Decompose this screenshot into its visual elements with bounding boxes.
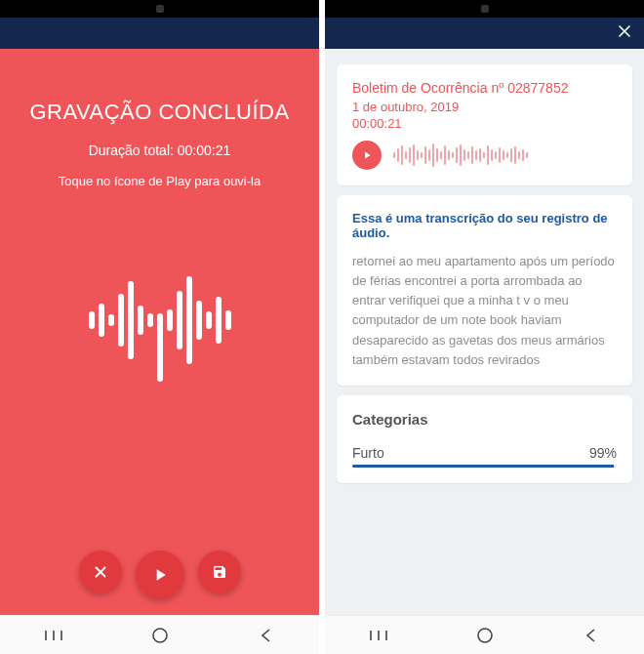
category-percent: 99% [589,445,617,461]
recording-duration: Duração total: 00:00:21 [89,143,231,158]
waveform-large [89,247,231,393]
close-icon [615,21,634,41]
report-date: 1 de outubro, 2019 [352,100,617,114]
play-icon [150,565,170,585]
waveform-small [393,141,617,170]
play-button[interactable] [136,551,184,599]
save-button[interactable] [198,551,241,593]
play-small-button[interactable] [352,141,382,170]
save-icon [212,564,227,580]
svg-point-3 [153,629,167,642]
recents-key[interactable] [34,616,73,655]
home-key[interactable] [141,616,180,655]
category-row: Furto 99% [352,445,617,461]
android-navbar [0,615,319,654]
categories-card: Categorias Furto 99% [337,395,632,483]
detail-panel: Boletim de Ocorrência nº 02877852 1 de o… [325,49,644,615]
transcription-card: Essa é uma transcrição do seu registro d… [337,195,632,386]
category-progress-fill [352,465,614,468]
recording-hint: Toque no ícone de Play para ouvi-la [59,174,261,188]
categories-title: Categorias [352,411,617,428]
app-header [0,18,319,49]
svg-point-7 [478,629,492,642]
transcription-body: retornei ao meu apartamento após um perí… [352,252,617,370]
discard-button[interactable] [79,551,122,593]
recents-key[interactable] [359,616,398,655]
play-icon [361,149,373,161]
recording-complete-panel: GRAVAÇÃO CONCLUÍDA Duração total: 00:00:… [0,49,319,615]
status-bar [0,0,319,18]
action-bar [0,551,319,599]
back-key[interactable] [247,616,286,655]
status-bar [325,0,644,18]
report-title: Boletim de Ocorrência nº 02877852 [352,80,617,96]
app-header [325,18,644,49]
home-key[interactable] [465,616,504,655]
right-screen: Boletim de Ocorrência nº 02877852 1 de o… [325,0,644,654]
category-progress [352,465,617,468]
android-navbar [325,615,644,654]
report-duration: 00:00:21 [352,116,617,131]
recording-card: Boletim de Ocorrência nº 02877852 1 de o… [337,64,632,185]
category-name: Furto [352,445,384,461]
left-screen: GRAVAÇÃO CONCLUÍDA Duração total: 00:00:… [0,0,319,654]
close-button[interactable] [615,21,634,45]
recording-title: GRAVAÇÃO CONCLUÍDA [29,100,289,125]
close-icon [92,563,109,581]
transcription-title: Essa é uma transcrição do seu registro d… [352,211,617,240]
back-key[interactable] [572,616,611,655]
